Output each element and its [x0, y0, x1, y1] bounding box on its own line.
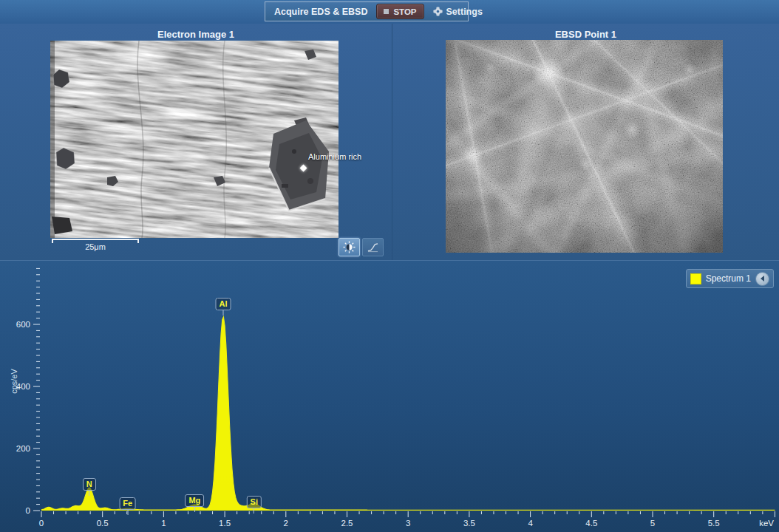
- svg-text:1: 1: [161, 519, 166, 528]
- element-label-tail: [127, 510, 128, 515]
- legend-swatch: [690, 273, 701, 284]
- top-toolbar: Acquire EDS & EBSD STOP Settings: [0, 0, 779, 24]
- image-tools: [339, 238, 384, 256]
- svg-text:2: 2: [284, 519, 288, 528]
- x-axis-unit-label: keV: [759, 519, 774, 528]
- stop-button-label: STOP: [393, 7, 416, 16]
- x-axis-tick-labels: 00.511.522.533.544.555.5: [39, 519, 720, 528]
- svg-text:0.5: 0.5: [97, 519, 109, 528]
- histogram-curve-button[interactable]: [362, 238, 384, 256]
- x-axis-ticks: [41, 511, 775, 517]
- svg-text:3.5: 3.5: [463, 519, 475, 528]
- image-panels-row: Electron Image 1: [0, 24, 779, 261]
- chevron-left-icon: [761, 276, 764, 282]
- svg-text:2.5: 2.5: [341, 519, 353, 528]
- element-label-tail: [89, 491, 89, 496]
- svg-text:4.5: 4.5: [585, 519, 597, 528]
- svg-text:0: 0: [26, 506, 30, 515]
- brightness-contrast-button[interactable]: [339, 238, 360, 256]
- histogram-curve-icon: [367, 242, 379, 253]
- svg-text:0: 0: [39, 519, 44, 528]
- element-label-Si: Si: [247, 496, 262, 514]
- svg-text:5: 5: [650, 519, 655, 528]
- svg-text:4: 4: [528, 519, 533, 528]
- svg-text:200: 200: [16, 444, 30, 453]
- element-symbol: Mg: [185, 494, 204, 507]
- element-label-tail: [194, 507, 195, 512]
- electron-image-panel: Electron Image 1: [0, 24, 392, 260]
- settings-button-label: Settings: [446, 7, 483, 17]
- kikuchi-pattern: [446, 40, 723, 253]
- ebsd-title: EBSD Point 1: [392, 29, 779, 40]
- spectrum-plot[interactable]: 00.511.522.533.544.555.50200400600: [0, 261, 779, 532]
- spectrum-panel: 00.511.522.533.544.555.50200400600 cps/e…: [0, 260, 779, 532]
- element-label-tail: [222, 310, 223, 316]
- element-label-Mg: Mg: [185, 494, 204, 512]
- element-label-tail: [254, 508, 254, 514]
- stop-square-icon: [384, 9, 389, 14]
- scale-bar-label: 25μm: [52, 242, 139, 251]
- legend-label: Spectrum 1: [706, 273, 751, 284]
- svg-text:3: 3: [406, 519, 410, 528]
- brightness-contrast-icon: [343, 241, 356, 253]
- element-label-Al: Al: [215, 298, 231, 316]
- electron-image-title: Electron Image 1: [0, 29, 392, 40]
- element-symbol: N: [83, 478, 96, 491]
- legend-collapse-button[interactable]: [755, 272, 769, 286]
- element-symbol: Si: [247, 496, 262, 508]
- element-label-Fe: Fe: [119, 497, 136, 515]
- element-symbol: Fe: [119, 497, 136, 510]
- sem-micrograph: [50, 41, 339, 238]
- y-axis-tick-labels: 0200400600: [16, 320, 30, 515]
- y-axis-ticks: [33, 268, 40, 511]
- ebsd-pattern-image: [446, 40, 723, 253]
- svg-text:5.5: 5.5: [708, 519, 720, 528]
- stop-button[interactable]: STOP: [376, 4, 423, 19]
- gear-icon: [433, 7, 443, 16]
- acquire-eds-ebsd-button[interactable]: Acquire EDS & EBSD: [274, 7, 367, 17]
- ebsd-panel: EBSD Point 1: [392, 24, 779, 260]
- annotation-label: Aluminium rich: [308, 152, 361, 161]
- spectrum-trace: [41, 317, 775, 511]
- electron-image[interactable]: [50, 41, 339, 238]
- element-symbol: Al: [215, 298, 231, 310]
- svg-text:600: 600: [16, 320, 30, 329]
- svg-text:1.5: 1.5: [219, 519, 231, 528]
- acquisition-toolbar-group: Acquire EDS & EBSD STOP Settings: [265, 1, 469, 21]
- settings-button[interactable]: Settings: [433, 7, 483, 17]
- element-label-N: N: [83, 478, 96, 496]
- spectrum-legend[interactable]: Spectrum 1: [686, 269, 774, 288]
- y-axis-title: cps/eV: [10, 366, 18, 396]
